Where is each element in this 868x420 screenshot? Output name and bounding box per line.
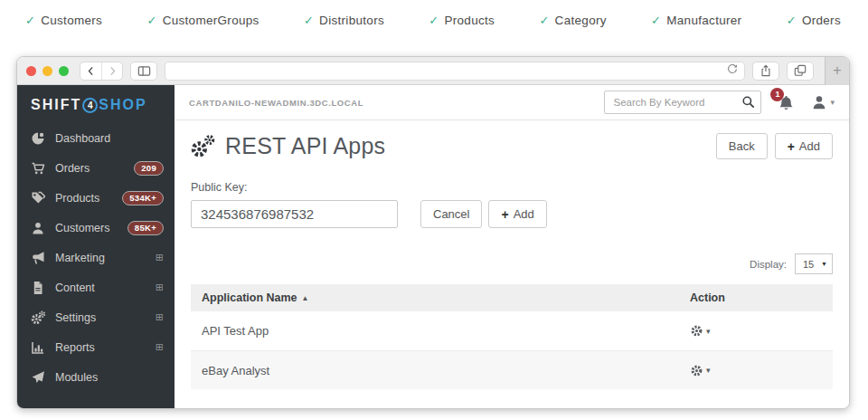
window-controls — [26, 66, 69, 76]
sidebar-item-reports[interactable]: Reports ⊞ — [17, 332, 175, 362]
public-key-input[interactable] — [191, 200, 398, 228]
sidebar-item-label: Products — [55, 192, 122, 205]
admin-sidebar: SHIFT4SHOP Dashboard Orders 209 Products… — [17, 85, 175, 408]
table-header-row: Application Name ▲ Action — [191, 284, 833, 311]
confirm-add-button[interactable]: +Add — [488, 200, 546, 228]
display-count-value: 15 — [803, 259, 814, 270]
expand-icon[interactable]: ⊞ — [156, 282, 164, 292]
public-key-section: Public Key: Cancel +Add — [191, 181, 833, 228]
tab-overview-icon[interactable] — [787, 62, 814, 81]
table-row: API Test App ▾ — [191, 311, 833, 350]
sidebar-item-settings[interactable]: Settings ⊞ — [17, 302, 175, 332]
back-nav-icon[interactable] — [80, 62, 101, 80]
topbar-item-customers[interactable]: ✓Customers — [25, 14, 102, 27]
progress-topbar: ✓Customers ✓CustomerGroups ✓Distributors… — [0, 0, 868, 40]
row-action-menu-button[interactable]: ▾ — [690, 364, 711, 377]
sidebar-item-content[interactable]: Content ⊞ — [17, 272, 175, 302]
topbar-item-label: Distributors — [319, 14, 384, 27]
sidebar-item-label: Content — [55, 282, 156, 294]
customers-count-badge: 85K+ — [127, 221, 164, 235]
notification-count-badge: 1 — [770, 88, 784, 101]
check-icon: ✓ — [429, 14, 439, 27]
topbar-item-distributors[interactable]: ✓Distributors — [304, 14, 384, 27]
sidebar-item-label: Customers — [55, 222, 127, 234]
notifications-button[interactable]: 1 — [778, 94, 795, 111]
expand-icon[interactable]: ⊞ — [156, 312, 164, 322]
topbar-item-label: CustomerGroups — [163, 14, 259, 27]
back-button[interactable]: Back — [716, 133, 768, 159]
display-label: Display: — [750, 259, 787, 270]
page-title-row: REST API Apps Back +Add — [191, 133, 833, 159]
expand-icon[interactable]: ⊞ — [156, 253, 164, 262]
caret-down-icon: ▾ — [706, 366, 711, 375]
sidebar-item-modules[interactable]: Modules — [17, 362, 175, 392]
store-domain: CARTDANILO-NEWADMIN.3DC.LOCAL — [189, 98, 604, 108]
search-icon[interactable] — [741, 95, 755, 109]
column-header-application-name[interactable]: Application Name ▲ — [191, 291, 679, 304]
topbar-item-label: Manufacturer — [666, 14, 741, 27]
sidebar-item-products[interactable]: Products 534K+ — [17, 183, 175, 213]
products-count-badge: 534K+ — [122, 191, 164, 205]
search-input[interactable] — [604, 91, 761, 114]
topbar-item-products[interactable]: ✓Products — [429, 14, 495, 27]
column-header-action: Action — [679, 291, 833, 304]
rocket-icon — [31, 370, 45, 385]
page-content: REST API Apps Back +Add Public Key: Canc… — [175, 120, 849, 408]
sidebar-item-label: Dashboard — [55, 132, 164, 145]
reload-icon[interactable] — [726, 62, 739, 79]
sidebar-item-label: Marketing — [55, 252, 156, 264]
sidebar-item-label: Settings — [55, 311, 156, 324]
display-count-select[interactable]: 15 ▼ — [795, 253, 833, 274]
sidebar-item-orders[interactable]: Orders 209 — [17, 153, 175, 183]
row-action-menu-button[interactable]: ▾ — [690, 324, 711, 338]
bar-chart-icon — [31, 340, 45, 355]
dashboard-icon — [31, 131, 45, 146]
browser-chrome: + — [17, 57, 849, 85]
account-icon — [811, 94, 827, 110]
close-window-button[interactable] — [26, 66, 36, 76]
account-menu-button[interactable]: ▾ — [811, 94, 835, 110]
tags-icon — [31, 191, 45, 205]
address-bar[interactable] — [165, 62, 745, 81]
keyword-search — [604, 91, 761, 114]
topbar-item-label: Orders — [802, 14, 841, 27]
table-row: eBay Analyst ▾ — [191, 350, 833, 389]
check-icon: ✓ — [304, 14, 314, 27]
expand-icon[interactable]: ⊞ — [156, 342, 164, 352]
topbar-item-orders[interactable]: ✓Orders — [787, 14, 841, 27]
select-caret-icon: ▼ — [821, 261, 827, 267]
zoom-window-button[interactable] — [59, 66, 69, 76]
forward-nav-icon[interactable] — [101, 62, 122, 80]
caret-down-icon: ▾ — [706, 327, 711, 336]
gear-icon — [690, 364, 703, 377]
topbar-item-manufacturer[interactable]: ✓Manufacturer — [651, 14, 741, 27]
minimize-window-button[interactable] — [42, 66, 52, 76]
check-icon: ✓ — [146, 14, 156, 27]
share-icon[interactable] — [752, 62, 779, 81]
sidebar-toggle-icon[interactable] — [130, 62, 157, 81]
rest-api-gears-icon — [191, 134, 215, 158]
topbar-item-label: Customers — [41, 14, 102, 27]
megaphone-icon — [31, 251, 45, 265]
app-name-cell: eBay Analyst — [191, 364, 679, 377]
new-tab-button[interactable]: + — [825, 57, 849, 85]
sidebar-item-dashboard[interactable]: Dashboard — [17, 123, 175, 153]
sidebar-item-label: Reports — [55, 341, 156, 354]
orders-count-badge: 209 — [134, 161, 164, 176]
shift4shop-logo[interactable]: SHIFT4SHOP — [17, 85, 175, 123]
logo-part-shift: SHIFT — [31, 97, 81, 113]
topbar-item-category[interactable]: ✓Category — [539, 14, 606, 27]
document-icon — [31, 281, 45, 295]
admin-header: CARTDANILO-NEWADMIN.3DC.LOCAL 1 ▾ — [175, 85, 849, 120]
sidebar-item-marketing[interactable]: Marketing ⊞ — [17, 243, 175, 272]
sidebar-item-customers[interactable]: Customers 85K+ — [17, 213, 175, 243]
topbar-item-label: Products — [444, 14, 495, 27]
add-button[interactable]: +Add — [775, 133, 833, 159]
plus-icon: + — [501, 207, 508, 222]
logo-four-circle: 4 — [82, 98, 98, 113]
sort-ascending-icon: ▲ — [302, 294, 309, 302]
admin-app: SHIFT4SHOP Dashboard Orders 209 Products… — [17, 85, 849, 408]
cancel-button[interactable]: Cancel — [420, 200, 482, 228]
topbar-item-customergroups[interactable]: ✓CustomerGroups — [146, 14, 259, 27]
plus-icon: + — [788, 139, 795, 154]
